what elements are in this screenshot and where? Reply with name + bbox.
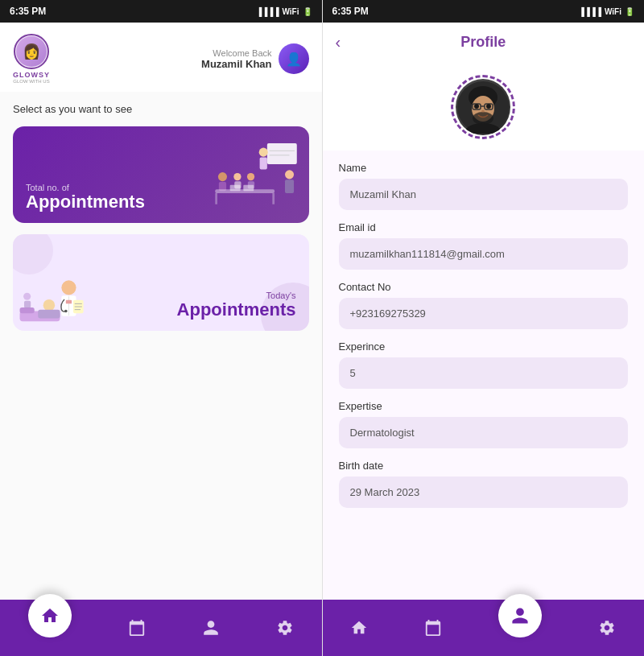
svg-point-36: [473, 112, 493, 125]
svg-rect-19: [20, 307, 35, 313]
left-header: 👩 GLOWSY GLOW WITH US Welcome Back Muzam…: [0, 23, 322, 92]
nav-calendar[interactable]: [128, 619, 146, 637]
doctor-illustration: [16, 258, 97, 331]
nav-profile[interactable]: [202, 619, 220, 637]
profile-title: Profile: [460, 34, 506, 51]
right-home-icon: [350, 619, 368, 637]
right-person-icon: [510, 606, 530, 625]
svg-rect-0: [266, 143, 296, 164]
right-bottom-nav: [323, 600, 645, 656]
logo-face: 👩: [16, 36, 47, 67]
svg-point-31: [23, 293, 31, 300]
welcome-area: Welcome Back Muzamil Khan 👤: [201, 43, 308, 74]
total-subtitle: Total no. of: [26, 183, 145, 192]
avatar: [456, 79, 510, 135]
right-header: ‹ Profile: [323, 23, 645, 59]
left-content: Select as you want to see Total no. of A…: [0, 92, 322, 600]
logo-subtext: GLOW WITH US: [13, 79, 49, 84]
logo-area: 👩 GLOWSY GLOW WITH US: [13, 34, 50, 84]
battery-icon: 🔋: [303, 7, 312, 16]
svg-point-20: [43, 299, 56, 311]
svg-point-26: [64, 310, 68, 313]
select-label: Select as you want to see: [13, 103, 309, 115]
svg-point-3: [258, 148, 267, 157]
right-status-icons: ▐▐▐▐ WiFi 🔋: [579, 7, 634, 16]
calendar-icon: [128, 619, 146, 637]
right-settings-icon: [598, 619, 616, 637]
svg-rect-32: [24, 301, 31, 308]
person-icon: [202, 619, 220, 637]
right-profile-icon-circle[interactable]: [498, 594, 542, 637]
birthdate-group: Birth date: [339, 460, 629, 508]
right-calendar-icon: [424, 619, 442, 637]
total-appointments-card[interactable]: Total no. of Appointments: [13, 126, 309, 223]
svg-point-12: [246, 173, 254, 180]
expertise-input[interactable]: [339, 417, 629, 448]
welcome-text: Welcome Back Muzamil Khan: [201, 48, 271, 70]
right-nav-profile[interactable]: [498, 618, 542, 637]
today-appointments-card[interactable]: Today's Appointments: [13, 234, 309, 331]
welcome-label: Welcome Back: [201, 48, 271, 58]
contact-input[interactable]: [339, 298, 629, 329]
svg-point-42: [481, 109, 485, 112]
svg-point-5: [217, 172, 226, 181]
svg-point-16: [285, 170, 294, 179]
experience-group: Experince: [339, 340, 629, 389]
birthdate-input[interactable]: [339, 477, 629, 508]
avatar-wrap[interactable]: [451, 75, 515, 139]
card-total-text: Total no. of Appointments: [26, 183, 145, 212]
contact-label: Contact No: [339, 281, 629, 293]
left-status-bar: 6:35 PM ▐▐▐▐ WiFi 🔋: [0, 0, 322, 23]
right-nav-calendar[interactable]: [424, 619, 442, 637]
email-label: Email id: [339, 221, 629, 233]
total-title: Appointments: [26, 192, 145, 212]
svg-rect-8: [215, 193, 217, 204]
team-illustration: [208, 133, 304, 213]
welcome-name: Muzamil Khan: [201, 58, 271, 70]
svg-rect-25: [66, 300, 72, 304]
expertise-group: Expertise: [339, 400, 629, 448]
right-battery-icon: 🔋: [625, 7, 634, 16]
left-panel: 6:35 PM ▐▐▐▐ WiFi 🔋 👩 GLOWSY GLOW WITH U…: [0, 0, 323, 656]
card-today-text: Today's Appointments: [177, 291, 296, 320]
svg-point-41: [486, 104, 491, 109]
left-time: 6:35 PM: [10, 6, 46, 17]
avatar-image: [457, 81, 510, 134]
svg-rect-4: [259, 158, 266, 170]
name-label: Name: [339, 162, 629, 174]
svg-rect-21: [38, 310, 60, 319]
right-time: 6:35 PM: [332, 6, 369, 17]
birthdate-label: Birth date: [339, 460, 629, 472]
name-input[interactable]: [339, 179, 629, 210]
svg-rect-14: [229, 185, 240, 191]
home-icon: [40, 606, 60, 625]
right-nav-settings[interactable]: [598, 619, 616, 637]
profile-avatar-section: [323, 59, 645, 151]
left-bottom-nav: [0, 600, 322, 656]
left-status-icons: ▐▐▐▐ WiFi 🔋: [256, 7, 312, 16]
profile-form: Name Email id Contact No Experince Exper…: [323, 151, 645, 600]
logo-circle: 👩: [14, 34, 49, 69]
svg-rect-9: [272, 193, 275, 204]
today-subtitle: Today's: [177, 291, 296, 300]
today-title: Appointments: [177, 300, 296, 320]
email-group: Email id: [339, 221, 629, 270]
back-button[interactable]: ‹: [336, 33, 341, 52]
svg-rect-17: [285, 179, 294, 193]
nav-settings[interactable]: [276, 619, 294, 637]
right-signal-icon: ▐▐▐▐: [579, 7, 601, 16]
right-nav-home[interactable]: [350, 619, 368, 637]
settings-icon: [276, 619, 294, 637]
right-status-bar: 6:35 PM ▐▐▐▐ WiFi 🔋: [323, 0, 645, 23]
wifi-icon: WiFi: [282, 7, 299, 16]
signal-icon: ▐▐▐▐: [256, 7, 279, 16]
svg-rect-15: [243, 185, 254, 191]
svg-point-10: [233, 173, 241, 180]
home-icon-circle[interactable]: [28, 594, 72, 637]
nav-home[interactable]: [28, 618, 72, 637]
experience-label: Experince: [339, 340, 629, 353]
email-input[interactable]: [339, 238, 629, 270]
name-group: Name: [339, 162, 629, 210]
svg-point-22: [61, 280, 76, 295]
experience-input[interactable]: [339, 357, 629, 389]
